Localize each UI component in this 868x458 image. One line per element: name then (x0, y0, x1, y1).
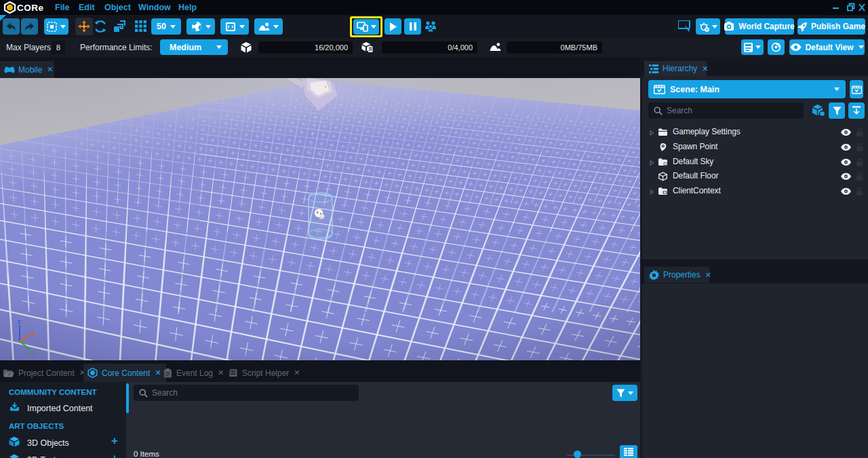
svg-text:z: z (18, 318, 21, 325)
svg-text:x: x (32, 330, 35, 337)
svg-text:CORe: CORe (17, 3, 44, 13)
svg-text:y: y (31, 349, 34, 356)
